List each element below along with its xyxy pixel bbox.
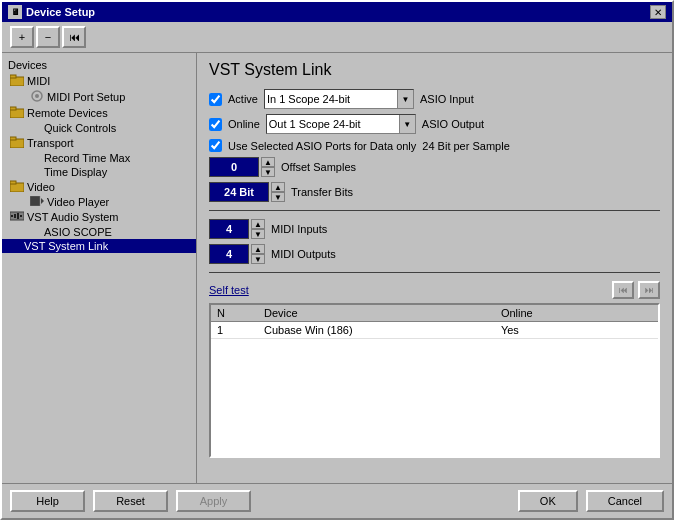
- transfer-spin-buttons: ▲ ▼: [271, 182, 285, 202]
- active-row: Active In 1 Scope 24-bit In 2 Scope 24-b…: [209, 89, 660, 109]
- folder-icon-midi: [10, 74, 24, 88]
- transfer-spin-up[interactable]: ▲: [271, 182, 285, 192]
- col-device: Device: [258, 305, 495, 322]
- svg-rect-9: [10, 181, 16, 184]
- use-asio-checkbox[interactable]: [209, 139, 222, 152]
- sidebar-item-transport[interactable]: Transport: [2, 135, 196, 151]
- transfer-value: 24 Bit: [209, 182, 269, 202]
- asio-input-label: ASIO Input: [420, 93, 474, 105]
- online-dropdown-arrow: ▼: [399, 115, 415, 133]
- offset-spin-up[interactable]: ▲: [261, 157, 275, 167]
- sidebar-item-time-display[interactable]: Time Display: [2, 165, 196, 179]
- offset-samples-row: 0 ▲ ▼ Offset Samples: [209, 157, 660, 177]
- cancel-button[interactable]: Cancel: [586, 490, 664, 512]
- offset-spin-down[interactable]: ▼: [261, 167, 275, 177]
- title-bar: 🖥 Device Setup ✕: [2, 2, 672, 22]
- sidebar-item-video[interactable]: Video: [2, 179, 196, 195]
- midi-inputs-value: 4: [209, 219, 249, 239]
- close-button[interactable]: ✕: [650, 5, 666, 19]
- midi-outputs-label: MIDI Outputs: [271, 248, 336, 260]
- panel-title: VST System Link: [209, 61, 660, 79]
- nav-next-button[interactable]: ⏭: [638, 281, 660, 299]
- use-asio-label: Use Selected ASIO Ports for Data only: [228, 140, 416, 152]
- active-input-select[interactable]: In 1 Scope 24-bit In 2 Scope 24-bit: [265, 90, 413, 108]
- devices-label: Devices: [2, 57, 196, 73]
- active-label: Active: [228, 93, 258, 105]
- title-bar-left: 🖥 Device Setup: [8, 5, 95, 19]
- bit-per-sample-label: 24 Bit per Sample: [422, 140, 509, 152]
- sidebar-item-midi-port-setup-label: MIDI Port Setup: [47, 91, 125, 103]
- active-checkbox[interactable]: [209, 93, 222, 106]
- cell-n: 1: [211, 322, 258, 339]
- sidebar-item-remote-devices-label: Remote Devices: [27, 107, 108, 119]
- midi-inputs-label: MIDI Inputs: [271, 223, 327, 235]
- sidebar: Devices MIDI MIDI Port Setup Remote De: [2, 53, 197, 483]
- transfer-spinner: 24 Bit ▲ ▼: [209, 182, 285, 202]
- midi-outputs-value: 4: [209, 244, 249, 264]
- sidebar-item-vst-audio-system[interactable]: VST Audio System: [2, 209, 196, 225]
- sidebar-item-transport-label: Transport: [27, 137, 74, 149]
- ok-button[interactable]: OK: [518, 490, 578, 512]
- sidebar-item-quick-controls[interactable]: Quick Controls: [2, 121, 196, 135]
- separator-2: [209, 272, 660, 273]
- offset-spin-buttons: ▲ ▼: [261, 157, 275, 177]
- sidebar-item-video-player-label: Video Player: [47, 196, 109, 208]
- table-row[interactable]: 1 Cubase Win (186) Yes: [211, 322, 658, 339]
- online-checkbox[interactable]: [209, 118, 222, 131]
- midi-outputs-spin-up[interactable]: ▲: [251, 244, 265, 254]
- midi-inputs-spin-up[interactable]: ▲: [251, 219, 265, 229]
- online-input-select[interactable]: Out 1 Scope 24-bit Out 2 Scope 24-bit: [267, 115, 415, 133]
- sidebar-item-midi[interactable]: MIDI: [2, 73, 196, 89]
- main-content: Devices MIDI MIDI Port Setup Remote De: [2, 53, 672, 483]
- offset-spinner: 0 ▲ ▼: [209, 157, 275, 177]
- midi-outputs-row: 4 ▲ ▼ MIDI Outputs: [209, 244, 660, 264]
- add-button[interactable]: +: [10, 26, 34, 48]
- sidebar-item-time-display-label: Time Display: [44, 166, 107, 178]
- self-test-link[interactable]: Self test: [209, 284, 249, 296]
- sidebar-item-vst-system-link[interactable]: VST System Link: [2, 239, 196, 253]
- svg-marker-11: [41, 198, 44, 204]
- midi-outputs-spinner: 4 ▲ ▼: [209, 244, 265, 264]
- midi-port-icon: [30, 90, 44, 104]
- sidebar-item-asio-scope-label: ASIO SCOPE: [44, 226, 112, 238]
- online-dropdown[interactable]: Out 1 Scope 24-bit Out 2 Scope 24-bit ▼: [266, 114, 416, 134]
- self-test-header: Self test ⏮ ⏭: [209, 281, 660, 299]
- use-asio-row: Use Selected ASIO Ports for Data only 24…: [209, 139, 660, 152]
- reset-toolbar-button[interactable]: ⏮: [62, 26, 86, 48]
- remove-button[interactable]: −: [36, 26, 60, 48]
- separator-1: [209, 210, 660, 211]
- online-row: Online Out 1 Scope 24-bit Out 2 Scope 24…: [209, 114, 660, 134]
- sidebar-item-remote-devices[interactable]: Remote Devices: [2, 105, 196, 121]
- active-dropdown[interactable]: In 1 Scope 24-bit In 2 Scope 24-bit ▼: [264, 89, 414, 109]
- sidebar-item-midi-port-setup[interactable]: MIDI Port Setup: [2, 89, 196, 105]
- sidebar-item-asio-scope[interactable]: ASIO SCOPE: [2, 225, 196, 239]
- sidebar-item-video-player[interactable]: Video Player: [2, 195, 196, 209]
- transfer-bits-label: Transfer Bits: [291, 186, 353, 198]
- nav-prev-button[interactable]: ⏮: [612, 281, 634, 299]
- help-button[interactable]: Help: [10, 490, 85, 512]
- transfer-spin-down[interactable]: ▼: [271, 192, 285, 202]
- asio-output-label: ASIO Output: [422, 118, 484, 130]
- device-setup-window: 🖥 Device Setup ✕ + − ⏮ Devices MIDI: [0, 0, 674, 520]
- active-dropdown-arrow: ▼: [397, 90, 413, 108]
- bottom-bar: Help Reset Apply OK Cancel: [2, 483, 672, 518]
- online-label: Online: [228, 118, 260, 130]
- vst-audio-icon: [10, 210, 24, 224]
- bottom-bar-left: Help Reset Apply: [10, 490, 251, 512]
- sidebar-item-record-time-max[interactable]: Record Time Max: [2, 151, 196, 165]
- svg-rect-1: [10, 75, 16, 78]
- col-extra: [598, 305, 658, 322]
- apply-button[interactable]: Apply: [176, 490, 251, 512]
- col-online: Online: [495, 305, 598, 322]
- device-table: N Device Online 1 Cubase Win (186) Yes: [211, 305, 658, 339]
- reset-button[interactable]: Reset: [93, 490, 168, 512]
- svg-rect-10: [30, 196, 40, 206]
- midi-inputs-row: 4 ▲ ▼ MIDI Inputs: [209, 219, 660, 239]
- midi-inputs-spin-down[interactable]: ▼: [251, 229, 265, 239]
- sidebar-item-midi-label: MIDI: [27, 75, 50, 87]
- midi-inputs-spin-buttons: ▲ ▼: [251, 219, 265, 239]
- folder-icon-video: [10, 180, 24, 194]
- midi-inputs-spinner: 4 ▲ ▼: [209, 219, 265, 239]
- midi-outputs-spin-down[interactable]: ▼: [251, 254, 265, 264]
- offset-value: 0: [209, 157, 259, 177]
